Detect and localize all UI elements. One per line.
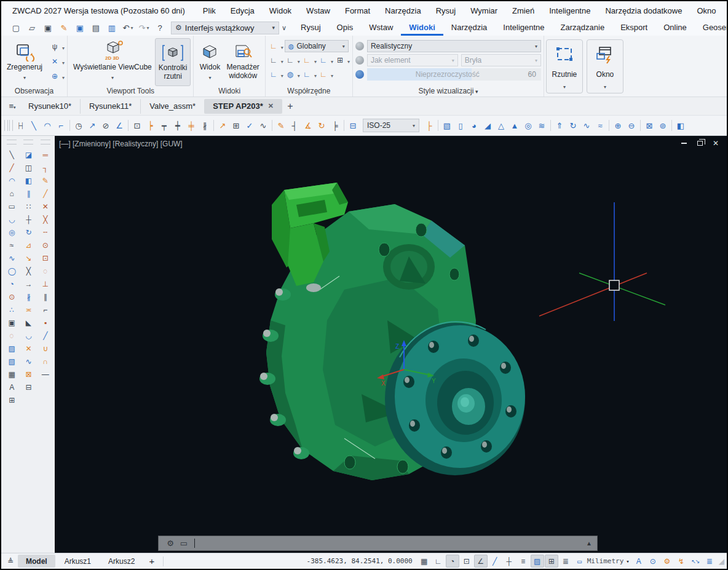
widok-button[interactable]: Widok bbox=[196, 38, 223, 86]
pyramid-solid-icon[interactable]: ▲ bbox=[508, 118, 521, 133]
delete-duplicate-icon[interactable]: ✕ bbox=[38, 200, 53, 213]
annotation-scale-toggle[interactable]: ≣ bbox=[559, 555, 572, 568]
join-icon[interactable]: ≍ bbox=[21, 303, 36, 316]
rzutnie-button[interactable]: Rzutnie bbox=[546, 39, 583, 93]
spline-icon[interactable]: ∿ bbox=[4, 251, 19, 264]
point-icon[interactable]: ⊙ bbox=[4, 290, 19, 303]
break-at-point-icon[interactable]: ╳ bbox=[38, 213, 53, 226]
cylinder-solid-icon[interactable]: ▯ bbox=[454, 118, 467, 133]
cone-solid-icon[interactable]: △ bbox=[494, 118, 508, 133]
resize-grip[interactable]: ◢ bbox=[719, 557, 724, 566]
separator[interactable] bbox=[548, 118, 553, 133]
union-icon[interactable]: ⊕ bbox=[611, 118, 625, 133]
helix-icon[interactable]: ≋ bbox=[535, 118, 548, 133]
view-manager-button[interactable]: Menadżer widoków bbox=[223, 38, 262, 86]
mirror-icon[interactable]: ◧ bbox=[21, 174, 36, 187]
baseline-dimension-icon[interactable]: ┯ bbox=[157, 118, 171, 133]
dimension-text-angle-icon[interactable]: ∡ bbox=[301, 118, 315, 133]
polyline-icon[interactable]: ⌐ bbox=[38, 303, 53, 316]
units-dropdown[interactable]: ▭ Milimetry bbox=[575, 555, 630, 568]
document-list-icon[interactable]: ≡ bbox=[5, 101, 20, 111]
toolbar-grip[interactable] bbox=[41, 140, 50, 144]
save-icon[interactable]: ▣ bbox=[41, 21, 55, 34]
separator[interactable] bbox=[342, 118, 346, 133]
chevron-down-icon[interactable] bbox=[604, 81, 606, 90]
expand-command-history-button[interactable]: ▲ bbox=[586, 540, 592, 547]
zoom-tool[interactable]: ✕ bbox=[49, 55, 65, 68]
leader-icon[interactable]: ↗ bbox=[216, 118, 229, 133]
gradient-icon[interactable]: ▧ bbox=[4, 355, 19, 368]
point-style-icon[interactable]: ⊙ bbox=[38, 239, 53, 251]
dashed-line-icon[interactable]: ╌ bbox=[38, 226, 53, 239]
menu-rysuj[interactable]: Rysuj bbox=[429, 4, 463, 18]
viewport-controls-button[interactable]: Kontrolki rzutni bbox=[155, 38, 191, 86]
rotate-icon[interactable]: ↻ bbox=[21, 226, 36, 239]
viewport-restore-button[interactable] bbox=[695, 139, 705, 148]
flatten-icon[interactable]: — bbox=[38, 368, 53, 381]
hardware-acceleration-toggle[interactable]: ↯ bbox=[675, 555, 688, 568]
polygon-icon[interactable]: ⌂ bbox=[4, 187, 19, 200]
menu-okno[interactable]: Okno bbox=[690, 4, 722, 18]
dimension-break-icon[interactable]: ╪ bbox=[184, 118, 198, 133]
settings-gear-toggle[interactable]: ⚙ bbox=[660, 555, 674, 568]
radius-dimension-icon[interactable]: ◷ bbox=[72, 118, 85, 133]
arc-length-dimension-icon[interactable]: ◠ bbox=[41, 118, 54, 133]
annotation-visibility-toggle[interactable]: A bbox=[632, 555, 646, 568]
aligned-dimension-icon[interactable]: ╲ bbox=[27, 118, 41, 133]
workspace-combo[interactable]: ⚙ Interfejs wstążkowy bbox=[171, 22, 279, 34]
chevron-down-icon[interactable] bbox=[111, 72, 114, 81]
separator[interactable] bbox=[68, 118, 72, 133]
open-file-icon[interactable]: ▱ bbox=[25, 21, 39, 34]
toolbar-grip[interactable] bbox=[7, 140, 17, 144]
corner-join-icon[interactable]: ┐ bbox=[38, 161, 53, 174]
menu-wymiar[interactable]: Wymiar bbox=[464, 4, 504, 18]
quick-view-layouts-icon[interactable]: ≜ bbox=[4, 555, 17, 568]
arc-icon[interactable]: ◠ bbox=[4, 174, 19, 187]
separator[interactable] bbox=[126, 118, 130, 133]
unlock-icon[interactable]: ∪ bbox=[38, 342, 53, 355]
dynamic-input-toggle[interactable]: ⊞ bbox=[545, 555, 558, 568]
block-edit-icon[interactable]: ⊠ bbox=[21, 368, 36, 381]
arc-continue-icon[interactable]: ◡ bbox=[4, 213, 19, 226]
node-icon[interactable]: ▪ bbox=[38, 316, 53, 329]
separator[interactable] bbox=[607, 118, 611, 133]
dimension-spacing-icon[interactable]: ┿ bbox=[171, 118, 184, 133]
ellipse-arc-icon[interactable]: ◔ bbox=[4, 277, 19, 290]
sketch-icon[interactable]: ✎ bbox=[38, 174, 53, 187]
ucs-combo[interactable]: ◍ Globalny bbox=[285, 40, 349, 52]
wedge-solid-icon[interactable]: ◢ bbox=[481, 118, 494, 133]
separator[interactable] bbox=[436, 118, 440, 133]
sphere-solid-icon[interactable]: ◕ bbox=[467, 118, 481, 133]
orbit-tool[interactable]: ⊕ bbox=[49, 70, 65, 82]
separator[interactable] bbox=[212, 118, 216, 133]
toolbar-grip[interactable] bbox=[4, 118, 9, 133]
ucs-zaxis-icon[interactable]: ∟ bbox=[301, 68, 317, 81]
solid-history-icon[interactable]: ⊚ bbox=[656, 118, 670, 133]
mtext-icon[interactable]: A bbox=[4, 381, 19, 394]
okno-button[interactable]: Okno bbox=[587, 39, 623, 93]
dynamic-ucs-toggle[interactable]: ┼ bbox=[502, 555, 516, 568]
box-solid-icon[interactable]: ▧ bbox=[440, 118, 454, 133]
separator[interactable] bbox=[270, 118, 274, 133]
new-document-button[interactable]: + bbox=[282, 101, 298, 112]
otrack-toggle[interactable]: ╱ bbox=[488, 555, 502, 568]
measure-icon[interactable]: ╱ bbox=[38, 329, 53, 342]
grid-toggle[interactable]: ▦ bbox=[417, 555, 431, 568]
oblique-dimension-icon[interactable]: ∦ bbox=[198, 118, 212, 133]
group-icon[interactable]: ⊟ bbox=[21, 381, 36, 394]
copy-icon[interactable]: ◫ bbox=[21, 161, 36, 174]
construction-line-icon[interactable]: ╱ bbox=[38, 187, 53, 200]
scale-icon[interactable]: ⊿ bbox=[21, 239, 36, 251]
drawing-viewport[interactable]: Z X Y [—] [Zmienion bbox=[55, 136, 727, 553]
divide-icon[interactable]: ∴ bbox=[4, 303, 19, 316]
toolbar-grip[interactable] bbox=[9, 118, 14, 133]
parallel-icon[interactable]: ∥ bbox=[38, 290, 53, 303]
offset-icon[interactable]: ∥ bbox=[21, 187, 36, 200]
ribbon-tab-inteligentne[interactable]: Inteligentne bbox=[495, 20, 552, 36]
print-preview-icon[interactable]: ▥ bbox=[105, 21, 119, 34]
body-combo[interactable]: Bryła bbox=[461, 54, 541, 66]
command-settings-icon[interactable]: ⚙ bbox=[164, 539, 177, 548]
chevron-down-icon[interactable] bbox=[23, 72, 26, 81]
ribbon-tab-widoki[interactable]: Widoki bbox=[401, 20, 443, 36]
model-tab[interactable]: Model bbox=[18, 555, 55, 568]
